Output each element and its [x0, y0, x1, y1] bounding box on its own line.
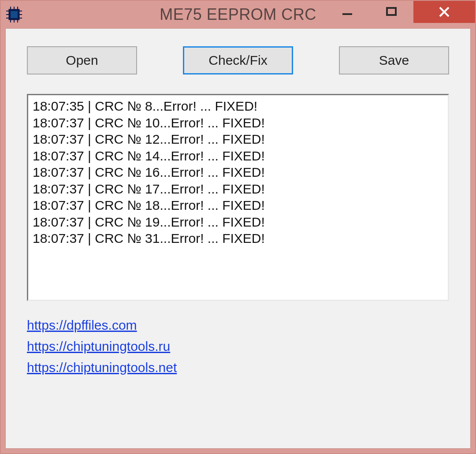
log-line: 18:07:35 | CRC № 8...Error! ... FIXED!: [33, 98, 443, 115]
app-icon: [1, 1, 27, 28]
minimize-button[interactable]: [325, 1, 369, 23]
maximize-icon: [384, 4, 399, 19]
log-line: 18:07:37 | CRC № 16...Error! ... FIXED!: [33, 164, 443, 181]
svg-rect-1: [11, 11, 18, 18]
link-dpffiles[interactable]: https://dpffiles.com: [27, 318, 137, 333]
maximize-button[interactable]: [369, 1, 413, 23]
svg-rect-15: [387, 8, 396, 15]
window-controls: [325, 1, 475, 28]
log-line: 18:07:37 | CRC № 14...Error! ... FIXED!: [33, 148, 443, 164]
link-chiptuningtools-ru[interactable]: https://chiptuningtools.ru: [27, 339, 170, 354]
chip-icon: [4, 5, 24, 24]
close-icon: [435, 3, 453, 21]
log-line: 18:07:37 | CRC № 17...Error! ... FIXED!: [33, 181, 443, 197]
client-area: Open Check/Fix Save 18:07:35 | CRC № 8..…: [5, 28, 471, 449]
open-button[interactable]: Open: [27, 46, 137, 74]
minimize-icon: [340, 4, 355, 19]
log-line: 18:07:37 | CRC № 12...Error! ... FIXED!: [33, 131, 443, 148]
log-line: 18:07:37 | CRC № 31...Error! ... FIXED!: [33, 230, 443, 247]
title-bar[interactable]: ME75 EEPROM CRC: [1, 1, 475, 28]
link-chiptuningtools-net[interactable]: https://chiptuningtools.net: [27, 360, 177, 375]
log-output[interactable]: 18:07:35 | CRC № 8...Error! ... FIXED! 1…: [27, 94, 449, 301]
log-line: 18:07:37 | CRC № 19...Error! ... FIXED!: [33, 214, 443, 231]
save-button[interactable]: Save: [339, 46, 449, 74]
close-button[interactable]: [413, 1, 475, 23]
log-line: 18:07:37 | CRC № 18...Error! ... FIXED!: [33, 197, 443, 214]
log-line: 18:07:37 | CRC № 10...Error! ... FIXED!: [33, 115, 443, 131]
links-section: https://dpffiles.com https://chiptuningt…: [27, 318, 449, 375]
application-window: ME75 EEPROM CRC Open Check: [0, 0, 476, 454]
check-fix-button[interactable]: Check/Fix: [183, 46, 293, 74]
toolbar: Open Check/Fix Save: [27, 46, 449, 74]
